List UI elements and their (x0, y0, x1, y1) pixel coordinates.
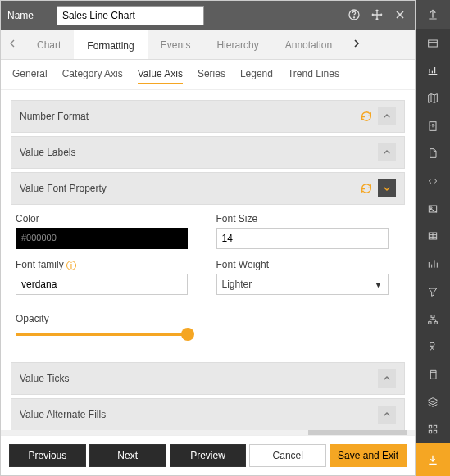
opacity-slider[interactable] (16, 333, 188, 336)
save-exit-button[interactable]: Save and Exit (330, 444, 407, 467)
collapse-right-icon[interactable] (416, 0, 450, 29)
svg-point-5 (430, 206, 432, 208)
grid-icon[interactable] (416, 223, 450, 251)
info-icon[interactable]: i (66, 261, 76, 270)
caret-down-icon: ▼ (375, 280, 383, 289)
bar-chart-icon[interactable] (416, 250, 450, 278)
map-icon[interactable] (416, 84, 450, 112)
previous-button[interactable]: Previous (9, 444, 86, 467)
right-rail (416, 0, 450, 476)
content-area: Number Format Value Labels Value Font Pr… (1, 90, 415, 430)
help-icon[interactable] (348, 8, 362, 23)
value-font-body: Color #000000 Font Size Font family i Fo… (11, 205, 405, 347)
chevron-up-icon[interactable] (378, 107, 396, 125)
chevron-down-icon[interactable] (378, 179, 396, 197)
section-number-format[interactable]: Number Format (11, 100, 405, 133)
font-weight-label: Font Weight (216, 259, 401, 270)
section-title: Value Alternate Fills (20, 409, 373, 420)
color-input[interactable]: #000000 (16, 228, 188, 249)
font-weight-select[interactable]: Lighter ▼ (216, 274, 389, 295)
refresh-icon[interactable] (360, 110, 373, 123)
sub-tabs: General Category Axis Value Axis Series … (1, 60, 415, 90)
header-actions (348, 8, 408, 23)
section-title: Number Format (20, 111, 360, 122)
svg-rect-7 (431, 315, 434, 317)
move-icon[interactable] (370, 8, 385, 23)
download-button[interactable] (416, 443, 450, 476)
filter-icon[interactable] (416, 278, 450, 306)
apps-icon[interactable] (416, 416, 450, 444)
image-icon[interactable] (416, 195, 450, 223)
svg-rect-2 (429, 40, 438, 47)
section-value-font-property[interactable]: Value Font Property (11, 172, 405, 205)
layout-icon[interactable] (416, 29, 450, 57)
footer-bar: Previous Next Preview Cancel Save and Ex… (1, 435, 415, 475)
section-value-ticks[interactable]: Value Ticks (11, 362, 405, 395)
org-chart-icon[interactable] (416, 306, 450, 333)
font-family-input[interactable] (16, 274, 188, 295)
svg-rect-14 (434, 431, 436, 433)
next-button[interactable]: Next (89, 444, 166, 467)
svg-rect-12 (434, 426, 436, 428)
svg-point-1 (353, 17, 354, 18)
font-family-label: Font family i (16, 259, 200, 270)
color-label: Color (16, 213, 200, 224)
font-weight-value: Lighter (222, 279, 252, 290)
font-size-input[interactable] (216, 228, 389, 249)
name-label: Name (7, 10, 57, 21)
subtab-general[interactable]: General (12, 68, 48, 84)
cancel-button[interactable]: Cancel (249, 444, 326, 467)
section-title: Value Labels (20, 147, 373, 158)
chevron-up-icon[interactable] (378, 369, 396, 388)
svg-rect-10 (430, 372, 436, 379)
tab-events[interactable]: Events (148, 30, 204, 59)
section-value-labels[interactable]: Value Labels (11, 136, 405, 169)
tab-chart[interactable]: Chart (24, 30, 74, 59)
layers-icon[interactable] (416, 388, 450, 416)
tab-formatting[interactable]: Formatting (74, 30, 147, 59)
prescription-icon[interactable] (416, 333, 450, 360)
subtab-series[interactable]: Series (198, 68, 225, 84)
chart-icon[interactable] (416, 57, 450, 84)
section-title: Value Font Property (20, 183, 360, 194)
font-size-label: Font Size (216, 213, 401, 224)
editor-panel: Name Chart Formatting Events Hierarchy A… (0, 0, 416, 476)
chevron-up-icon[interactable] (378, 406, 396, 424)
slider-thumb[interactable] (181, 328, 194, 341)
tab-scroll-left[interactable] (1, 37, 24, 52)
svg-rect-11 (429, 426, 431, 428)
subtab-category-axis[interactable]: Category Axis (62, 68, 123, 84)
section-value-alternate-fills[interactable]: Value Alternate Fills (11, 398, 405, 430)
section-title: Value Ticks (20, 373, 373, 384)
document-icon[interactable] (416, 140, 450, 168)
close-icon[interactable] (393, 8, 408, 23)
preview-button[interactable]: Preview (170, 444, 247, 467)
subtab-value-axis[interactable]: Value Axis (138, 68, 183, 84)
tab-annotation[interactable]: Annotation (272, 30, 345, 59)
panel-header: Name (1, 1, 415, 30)
subtab-trend-lines[interactable]: Trend Lines (288, 68, 339, 84)
tab-scroll-right[interactable] (345, 37, 368, 52)
chevron-up-icon[interactable] (378, 143, 396, 161)
refresh-icon[interactable] (360, 182, 373, 195)
tab-hierarchy[interactable]: Hierarchy (203, 30, 271, 59)
svg-rect-9 (434, 321, 437, 324)
export-icon[interactable] (416, 112, 450, 140)
svg-rect-8 (429, 321, 431, 324)
opacity-label: Opacity (16, 313, 49, 324)
name-input[interactable] (57, 6, 204, 25)
main-tabs: Chart Formatting Events Hierarchy Annota… (1, 30, 415, 60)
svg-rect-13 (429, 431, 431, 433)
code-icon[interactable] (416, 167, 450, 195)
copy-icon[interactable] (416, 360, 450, 388)
subtab-legend[interactable]: Legend (240, 68, 273, 84)
